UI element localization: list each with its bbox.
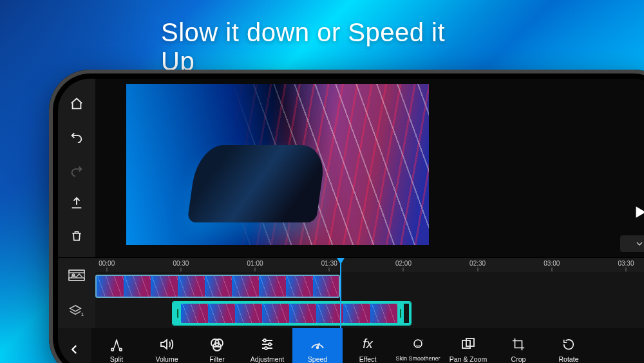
timeline: 1 00:00 00:30 01:00 01:30 02:00 02:30 03…: [58, 257, 644, 328]
svg-point-4: [111, 348, 114, 351]
export-button[interactable]: [62, 191, 91, 215]
ruler-tick: 00:30: [173, 260, 189, 271]
tool-label: Skin Smoothener: [395, 356, 440, 362]
playhead[interactable]: [340, 258, 341, 328]
tool-row: Split Volume Filter: [91, 328, 644, 363]
clip-handle-left[interactable]: [175, 304, 181, 323]
preview-options-dropdown[interactable]: [620, 235, 644, 252]
svg-rect-1: [69, 270, 84, 273]
tool-label: Pan & Zoom: [450, 355, 487, 363]
preview-area: [95, 79, 644, 257]
svg-point-10: [269, 343, 271, 346]
tool-skin-smoothener[interactable]: Skin Smoothener: [393, 328, 443, 363]
tool-label: Rotate: [559, 355, 579, 363]
tool-adjustment[interactable]: Adjustment: [242, 328, 292, 363]
undo-button[interactable]: [62, 124, 91, 148]
tool-volume[interactable]: Volume: [142, 328, 192, 363]
tool-split[interactable]: Split: [91, 328, 142, 363]
rotate-icon: [562, 336, 576, 353]
crop-icon: [511, 336, 526, 353]
video-preview[interactable]: [126, 84, 429, 245]
volume-icon: [158, 336, 175, 353]
back-button[interactable]: [58, 328, 91, 363]
left-toolbar: [58, 79, 95, 257]
app-screen: 1 00:00 00:30 01:00 01:30 02:00 02:30 03…: [58, 79, 644, 363]
filter-icon: [209, 336, 225, 353]
tool-rotate[interactable]: Rotate: [544, 328, 594, 363]
tool-label: Effect: [359, 355, 377, 363]
phone-frame: 1 00:00 00:30 01:00 01:30 02:00 02:30 03…: [49, 70, 644, 363]
svg-point-12: [317, 346, 319, 348]
skin-icon: [410, 337, 426, 353]
delete-button[interactable]: [62, 224, 91, 248]
ruler-tick: 03:30: [618, 260, 634, 271]
preview-subject-car: [187, 145, 327, 222]
tool-label: Crop: [511, 355, 526, 363]
play-button[interactable]: [621, 194, 644, 230]
tool-label: Speed: [308, 355, 327, 363]
preview-right-controls: [617, 79, 644, 257]
video-track-icon[interactable]: [64, 268, 90, 283]
effect-icon: fx: [363, 336, 373, 353]
adjustment-icon: [260, 336, 275, 353]
tool-label: Adjustment: [251, 355, 285, 363]
split-icon: [109, 336, 124, 353]
clip-handle-right[interactable]: [397, 304, 404, 323]
svg-rect-2: [69, 278, 84, 280]
ruler-tick: 00:00: [99, 260, 115, 271]
tool-label: Split: [110, 355, 123, 363]
svg-point-9: [263, 339, 266, 342]
timeline-track-headers: 1: [58, 258, 95, 328]
speed-icon: [309, 336, 326, 353]
tool-speed[interactable]: Speed: [292, 328, 343, 363]
ruler-tick: 03:00: [544, 260, 560, 271]
svg-point-5: [120, 348, 122, 351]
redo-button[interactable]: [62, 158, 91, 182]
marketing-headline: Slow it down or Speed it Up: [161, 18, 483, 76]
ruler-tick: 01:00: [247, 260, 263, 271]
video-clip-1[interactable]: [95, 275, 340, 298]
ruler-tick: 02:00: [395, 260, 412, 271]
video-track[interactable]: [95, 273, 644, 299]
overlay-clip-selected[interactable]: [173, 302, 411, 325]
tool-filter[interactable]: Filter: [192, 328, 242, 363]
ruler-tick: 02:30: [469, 260, 486, 271]
tool-crop[interactable]: Crop: [493, 328, 544, 363]
layer-track-icon[interactable]: 1: [64, 303, 90, 319]
bottom-toolbar: Split Volume Filter: [58, 328, 644, 363]
panzoom-icon: [460, 336, 476, 353]
ruler-tick: 01:30: [321, 260, 337, 271]
svg-point-11: [265, 347, 267, 349]
overlay-track[interactable]: [95, 300, 644, 326]
tool-label: Filter: [209, 355, 224, 363]
home-button[interactable]: [62, 92, 91, 115]
tool-pan-zoom[interactable]: Pan & Zoom: [443, 328, 493, 363]
timeline-ruler[interactable]: 00:00 00:30 01:00 01:30 02:00 02:30 03:0…: [95, 258, 644, 272]
timeline-body[interactable]: 00:00 00:30 01:00 01:30 02:00 02:30 03:0…: [95, 258, 644, 328]
svg-rect-0: [69, 270, 84, 280]
tool-effect[interactable]: fx Effect: [343, 328, 393, 363]
tool-label: Volume: [155, 355, 178, 363]
